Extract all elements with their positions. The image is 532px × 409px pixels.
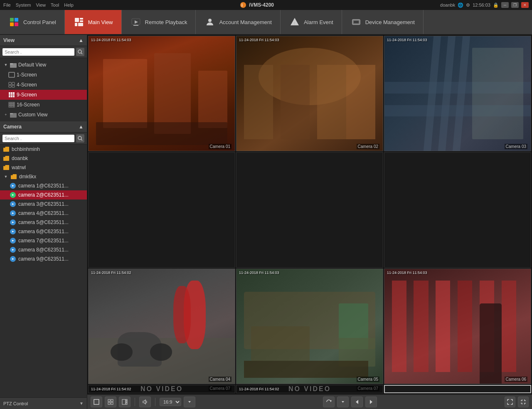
video-cell-3[interactable]: 11-24-2018 Fri 11:54:03 Camera 03 xyxy=(384,36,531,151)
camera-item-4[interactable]: camera 4@C623511... xyxy=(0,209,87,218)
tree-item-custom-view[interactable]: + Custom View xyxy=(0,110,87,120)
camera-section-collapse-icon: ▲ xyxy=(79,124,84,130)
camera-item-2[interactable]: camera 2@C623511... xyxy=(0,190,87,200)
tree-item-16screen-label: 16-Screen xyxy=(17,102,39,108)
cam-label-11: Camera 07 xyxy=(357,386,379,391)
cam-timestamp-1: 11-24-2018 Fri 11:54:03 xyxy=(91,38,131,42)
tab-remote-playback[interactable]: Remote Playback xyxy=(122,10,196,34)
folder-watrwl[interactable]: watrwl xyxy=(0,163,87,172)
svg-rect-30 xyxy=(9,94,10,96)
svg-rect-10 xyxy=(78,23,83,26)
video-cell-5[interactable] xyxy=(236,152,383,268)
close-button[interactable]: ✕ xyxy=(521,2,529,8)
tree-item-default-view[interactable]: ▼ Default View xyxy=(0,60,87,70)
restore-button[interactable]: ❐ xyxy=(511,2,519,8)
audio-button[interactable] xyxy=(139,397,151,407)
video-cell-1[interactable]: 11-24-2018 Fri 11:54:03 Camera 01 xyxy=(88,36,235,151)
tab-device-management-label: Device Management xyxy=(365,19,415,25)
dropdown2-button[interactable] xyxy=(337,397,349,407)
camera-section-header[interactable]: Camera ▲ xyxy=(0,121,87,133)
aspect-dropdown-button[interactable] xyxy=(184,397,195,407)
aspect-ratio-select[interactable]: 16:9 4:3 1:1 xyxy=(160,398,181,406)
video-cell-12[interactable] xyxy=(384,385,531,393)
camera-item-3[interactable]: camera 3@C623511... xyxy=(0,200,87,209)
view-section: View ▲ ▼ Default View xyxy=(0,35,87,121)
camera-item-6[interactable]: camera 6@C623511... xyxy=(0,227,87,236)
video-cell-10[interactable]: 11-24-2018 Fri 11:54:02 NO VIDEO Camera … xyxy=(88,385,235,393)
camera-item-8[interactable]: camera 8@C623511... xyxy=(0,245,87,254)
svg-marker-82 xyxy=(342,401,344,403)
svg-rect-41 xyxy=(10,104,12,105)
video-cell-4[interactable] xyxy=(88,152,235,268)
camera-search-input[interactable] xyxy=(2,135,74,142)
camera-search-icon xyxy=(78,136,83,141)
tab-main-view[interactable]: Main View xyxy=(65,10,122,34)
camera-item-1[interactable]: camera 1@C623511... xyxy=(0,181,87,190)
exit-fullscreen-button[interactable] xyxy=(518,397,529,407)
camera-item-9[interactable]: camera 9@C623511... xyxy=(0,254,87,264)
menu-view[interactable]: View xyxy=(36,2,46,7)
tree-item-1screen[interactable]: 1-Screen xyxy=(0,70,87,80)
video-cell-2[interactable]: 11-24-2018 Fri 11:54:03 Camera 02 xyxy=(236,36,383,151)
tab-account-management-label: Account Management xyxy=(219,19,271,25)
cam-timestamp-9: 11-24-2018 Fri 11:54:03 xyxy=(387,271,427,275)
fullscreen-button[interactable] xyxy=(505,397,515,407)
svg-rect-38 xyxy=(12,102,13,103)
svg-rect-26 xyxy=(12,85,15,87)
camera-status-icon xyxy=(10,238,16,244)
video-cell-11[interactable]: 11-24-2018 Fri 11:54:02 NO VIDEO Camera … xyxy=(236,385,383,393)
video-cell-6[interactable] xyxy=(384,152,531,268)
folder-dmk6kx[interactable]: ▼ dmk6kx xyxy=(0,172,87,181)
main-view-icon xyxy=(73,16,85,28)
svg-text:!: ! xyxy=(294,21,295,25)
folder-doanbk[interactable]: doanbk xyxy=(0,154,87,163)
view-section-header[interactable]: View ▲ xyxy=(0,35,87,46)
layout-mini-button[interactable] xyxy=(119,397,131,407)
svg-rect-46 xyxy=(12,106,13,107)
layout-single-button[interactable] xyxy=(91,397,102,407)
layout-quad-icon xyxy=(108,399,113,405)
tree-item-4screen[interactable]: 4-Screen xyxy=(0,80,87,90)
app-title: i iVMS-4200 xyxy=(240,2,274,8)
menu-system[interactable]: System xyxy=(16,2,31,7)
menu-file[interactable]: File xyxy=(3,2,11,7)
expand-icon-custom: + xyxy=(3,112,8,117)
camera-search-button[interactable] xyxy=(76,134,84,143)
refresh-button[interactable] xyxy=(323,397,335,407)
svg-rect-39 xyxy=(14,102,15,103)
video-area: 11-24-2018 Fri 11:54:03 Camera 01 11-24-… xyxy=(87,35,532,409)
camera-item-1-label: camera 1@C623511... xyxy=(18,183,69,189)
layout-quad-button[interactable] xyxy=(105,397,116,407)
svg-rect-2 xyxy=(10,18,14,22)
camera-item-7[interactable]: camera 7@C623511... xyxy=(0,236,87,245)
menu-tool[interactable]: Tool xyxy=(51,2,59,7)
menu-help[interactable]: Help xyxy=(64,2,74,7)
tab-device-management[interactable]: Device Management xyxy=(342,10,424,34)
tab-account-management[interactable]: Account Management xyxy=(196,10,280,34)
tree-item-9screen-label: 9-Screen xyxy=(17,92,37,98)
next-button[interactable] xyxy=(365,397,377,407)
camera-item-2-label: camera 2@C623511... xyxy=(18,192,69,198)
camera-item-5[interactable]: camera 5@C623511... xyxy=(0,218,87,227)
tab-control-panel[interactable]: Control Panel xyxy=(0,10,65,34)
camera-status-icon xyxy=(10,201,16,207)
svg-marker-83 xyxy=(356,400,358,404)
video-cell-7[interactable]: 11-24-2018 Fri 11:54:02 Camera 04 xyxy=(88,269,235,384)
svg-marker-81 xyxy=(330,400,332,402)
exit-fullscreen-icon xyxy=(520,399,526,405)
video-cell-8[interactable]: 11-24-2018 Fri 11:54:03 Camera 05 xyxy=(236,269,383,384)
folder-bchbinhminh[interactable]: bchbinhminh xyxy=(0,145,87,154)
svg-rect-27 xyxy=(9,92,10,94)
prev-button[interactable] xyxy=(351,397,363,407)
video-cell-9[interactable]: 11-24-2018 Fri 11:54:03 Camera 06 xyxy=(384,269,531,384)
view-search-input[interactable] xyxy=(2,48,74,56)
tab-alarm-event[interactable]: ! Alarm Event xyxy=(281,10,342,34)
ptz-control-bar[interactable]: PTZ Control ▼ xyxy=(0,397,87,409)
minimize-button[interactable]: ─ xyxy=(501,2,509,8)
svg-rect-28 xyxy=(11,92,12,94)
next-icon xyxy=(368,399,374,405)
tree-item-16screen[interactable]: 16-Screen xyxy=(0,100,87,110)
view-search-button[interactable] xyxy=(76,48,84,56)
svg-marker-79 xyxy=(143,400,145,404)
tree-item-9screen[interactable]: 9-Screen xyxy=(0,90,87,100)
